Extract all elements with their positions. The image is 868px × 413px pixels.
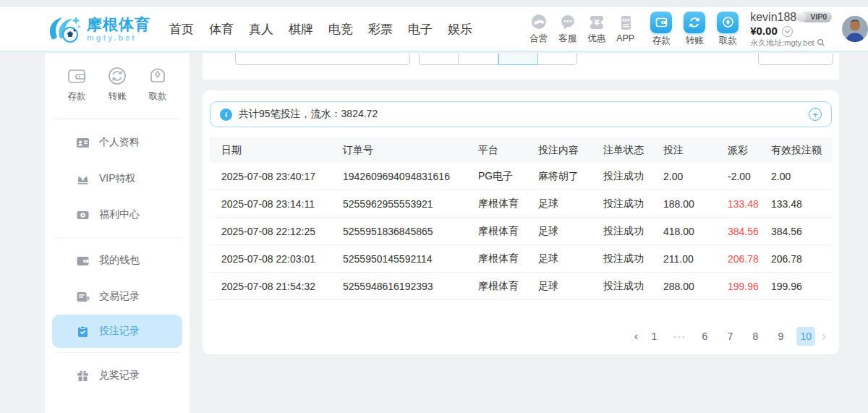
benefit-box-icon <box>76 208 90 222</box>
main-nav: 首页体育真人棋牌电竞彩票电子娱乐 <box>169 21 472 38</box>
quick-action-label: 取款 <box>149 90 167 103</box>
transfer-arrows-icon <box>684 12 705 33</box>
cell-stake: 2.00 <box>663 171 728 182</box>
logo-title: 摩根体育 <box>87 17 150 32</box>
partnership-button[interactable]: 合营 <box>529 14 548 45</box>
cell-order_no: 5255950145592114 <box>343 253 478 265</box>
deposit-wallet-icon <box>650 12 672 33</box>
id-card-icon <box>76 136 90 150</box>
sidebar-item-transactions[interactable]: 交易记录 <box>45 278 190 315</box>
nav-item[interactable]: 首页 <box>169 21 194 38</box>
cell-platform: 摩根体育 <box>478 197 538 210</box>
header-wallet-actions: 存款 转账 取款 <box>650 12 739 47</box>
cell-content: 麻将胡了 <box>538 170 603 183</box>
nav-item[interactable]: 体育 <box>209 21 234 38</box>
nav-item[interactable]: 娱乐 <box>448 21 472 38</box>
deposit-button[interactable]: 存款 <box>650 12 672 47</box>
cell-platform: 摩根体育 <box>478 225 538 238</box>
sidebar-item-vip[interactable]: VIP特权 <box>45 161 190 197</box>
sidebar-item-bet-records[interactable]: 投注记录 <box>52 315 182 348</box>
table-row: 2025-07-08 22:12:255255951836845865摩根体育足… <box>210 218 832 245</box>
chat-bubble-icon <box>559 14 576 31</box>
pagination-page[interactable]: 6 <box>695 327 714 346</box>
app-download-button[interactable]: APP APP <box>616 14 634 43</box>
quick-action-label: 转账 <box>109 90 127 103</box>
transfer-button[interactable]: 转账 <box>684 12 705 47</box>
nav-item[interactable]: 彩票 <box>368 21 393 38</box>
user-avatar[interactable] <box>842 16 868 42</box>
nav-item[interactable]: 棋牌 <box>289 21 313 38</box>
sidebar-item-profile[interactable]: 个人资料 <box>45 124 190 161</box>
pagination-page[interactable]: 10 <box>796 327 815 346</box>
cell-payout: -2.00 <box>728 171 771 182</box>
browser-top-strip <box>0 0 868 7</box>
cell-content: 足球 <box>538 252 603 265</box>
bet-records-table: 日期订单号平台投注内容注单状态投注派彩有效投注额 2025-07-08 23:4… <box>210 137 832 300</box>
cell-valid: 133.48 <box>771 198 832 210</box>
cell-payout: 206.78 <box>728 253 771 265</box>
balance-refresh-chevron-icon[interactable] <box>782 26 793 37</box>
pagination-next[interactable]: › <box>822 329 826 344</box>
sidebar-deposit-button[interactable]: 存款 <box>66 65 88 103</box>
table-row: 2025-07-08 23:40:171942609694094831616PG… <box>210 163 832 190</box>
nav-item[interactable]: 电子 <box>408 21 433 38</box>
sidebar-transfer-button[interactable]: 转账 <box>106 65 128 103</box>
handshake-icon <box>530 14 548 31</box>
date-range-segment[interactable] <box>459 54 498 65</box>
date-range-segments <box>419 54 577 65</box>
cell-valid: 199.96 <box>771 281 832 292</box>
sidebar-item-benefits[interactable]: 福利中心 <box>45 197 190 233</box>
quick-action-label: 存款 <box>68 90 86 103</box>
sidebar-item-wallet[interactable]: 我的钱包 <box>45 242 190 278</box>
cell-date: 2025-07-08 22:03:01 <box>221 253 343 265</box>
vip-badge: VIP0 <box>801 12 832 22</box>
query-button[interactable] <box>676 54 750 65</box>
column-header: 有效投注额 <box>771 144 832 157</box>
sidebar-menu: 个人资料 VIP特权 福利中心 我的钱包 交易记录 <box>45 119 190 393</box>
sidebar-withdraw-button[interactable]: 取款 <box>147 65 169 103</box>
column-header: 日期 <box>221 144 343 157</box>
gift-icon <box>76 369 90 383</box>
nav-item[interactable]: 真人 <box>249 21 273 38</box>
bet-records-panel: i 共计95笔投注，流水：3824.72 + 日期订单号平台投注内容注单状态投注… <box>203 90 839 354</box>
customer-service-button[interactable]: 客服 <box>558 14 576 45</box>
cell-payout: 133.48 <box>728 198 771 210</box>
bet-record-clipboard-icon <box>76 325 90 339</box>
date-range-segment[interactable] <box>419 54 459 65</box>
filter-form-cutoff <box>203 54 839 80</box>
date-range-segment-selected[interactable] <box>498 54 538 65</box>
pagination-page[interactable]: 9 <box>771 327 790 346</box>
date-range-segment[interactable] <box>538 54 577 65</box>
sidebar-item-label: 兑奖记录 <box>99 369 140 382</box>
withdraw-button[interactable]: 取款 <box>717 12 739 47</box>
pagination-ellipsis[interactable]: ··· <box>670 327 689 346</box>
cell-order_no: 1942609694094831616 <box>343 171 478 182</box>
withdraw-coin-icon <box>717 12 739 33</box>
magnifier-icon[interactable] <box>817 38 825 47</box>
cell-date: 2025-07-08 22:12:25 <box>221 226 343 237</box>
filter-select[interactable] <box>235 54 410 65</box>
cell-date: 2025-07-08 23:14:11 <box>221 198 343 210</box>
cell-status: 投注成功 <box>603 252 663 265</box>
nav-item[interactable]: 电竞 <box>328 21 353 38</box>
pagination-page[interactable]: 1 <box>644 327 663 346</box>
pagination-page[interactable]: 8 <box>746 327 765 346</box>
cell-platform: 摩根体育 <box>478 252 538 265</box>
table-header: 日期订单号平台投注内容注单状态投注派彩有效投注额 <box>210 137 832 163</box>
pagination-page[interactable]: 7 <box>720 327 739 346</box>
service-label: 合营 <box>529 33 548 45</box>
site-logo[interactable]: 摩根体育 mgty.bet <box>45 13 150 45</box>
reset-button[interactable] <box>758 54 833 65</box>
transfer-outline-icon <box>106 65 128 87</box>
username: kevin188 <box>750 10 796 25</box>
cell-platform: 摩根体育 <box>478 280 538 293</box>
expand-plus-icon[interactable]: + <box>809 108 822 121</box>
permanent-domain: 永久地址:mgty.bet <box>750 38 814 48</box>
cell-status: 投注成功 <box>603 280 663 293</box>
wallet-action-label: 取款 <box>719 35 737 47</box>
table-row: 2025-07-08 22:03:015255950145592114摩根体育足… <box>210 245 832 273</box>
pagination-prev[interactable]: ‹ <box>634 329 639 344</box>
sidebar-item-prize-records[interactable]: 兑奖记录 <box>45 357 190 393</box>
promotions-button[interactable]: ¥ 优惠 <box>587 14 605 45</box>
sidebar-item-label: 我的钱包 <box>99 254 140 267</box>
